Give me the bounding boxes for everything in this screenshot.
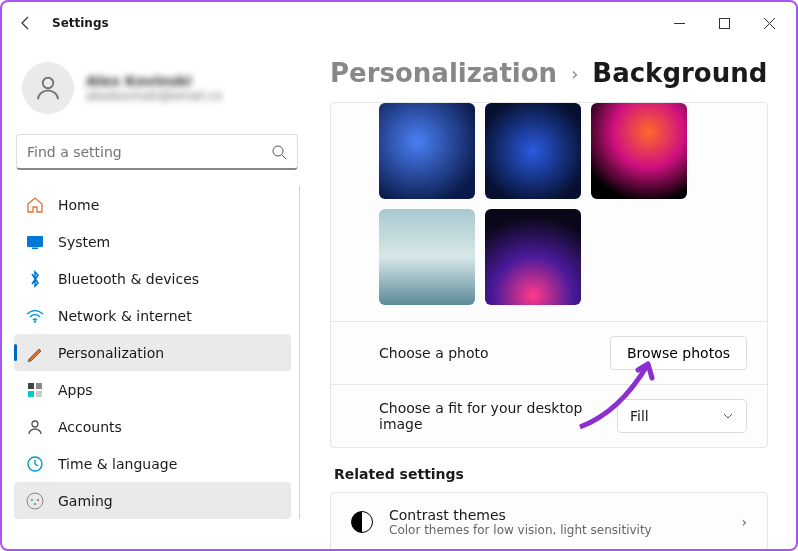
window-title: Settings (52, 16, 109, 30)
wallpaper-thumb[interactable] (485, 103, 581, 199)
chevron-right-icon: › (571, 63, 578, 84)
wallpaper-thumb[interactable] (591, 103, 687, 199)
svg-line-4 (282, 155, 286, 159)
wallpaper-thumb[interactable] (379, 103, 475, 199)
breadcrumb: Personalization › Background (330, 58, 768, 88)
contrast-icon (351, 511, 373, 533)
sidebar: Alex Kovinski alexkovinski@email.co Home… (2, 44, 312, 549)
sidebar-item-system[interactable]: System (14, 223, 291, 260)
personalization-icon (26, 344, 44, 362)
avatar (22, 62, 74, 114)
sidebar-item-label: Personalization (58, 345, 164, 361)
sidebar-item-label: System (58, 234, 110, 250)
svg-point-12 (32, 421, 38, 427)
back-button[interactable] (6, 3, 46, 43)
svg-rect-8 (28, 383, 34, 389)
wifi-icon (26, 307, 44, 325)
sidebar-item-label: Gaming (58, 493, 113, 509)
sidebar-item-bluetooth[interactable]: Bluetooth & devices (14, 260, 291, 297)
sidebar-item-time[interactable]: Time & language (14, 445, 291, 482)
sidebar-item-home[interactable]: Home (14, 186, 291, 223)
breadcrumb-parent[interactable]: Personalization (330, 58, 557, 88)
svg-point-17 (34, 503, 36, 505)
breadcrumb-current: Background (592, 58, 767, 88)
related-item-subtitle: Color themes for low vision, light sensi… (389, 523, 652, 537)
svg-rect-10 (28, 391, 34, 397)
contrast-themes-item[interactable]: Contrast themes Color themes for low vis… (331, 493, 767, 549)
system-icon (26, 233, 44, 251)
choose-photo-row: Choose a photo Browse photos (331, 321, 767, 384)
svg-rect-6 (32, 247, 38, 249)
wallpaper-thumb[interactable] (485, 209, 581, 305)
svg-rect-1 (720, 18, 730, 28)
choose-fit-row: Choose a fit for your desktop image Fill (331, 384, 767, 447)
sidebar-item-gaming[interactable]: Gaming (14, 482, 291, 519)
sidebar-item-label: Accounts (58, 419, 122, 435)
sidebar-item-accounts[interactable]: Accounts (14, 408, 291, 445)
user-email: alexkovinski@email.co (86, 89, 222, 103)
background-card: Choose a photo Browse photos Choose a fi… (330, 102, 768, 448)
sidebar-item-label: Home (58, 197, 99, 213)
svg-rect-5 (27, 236, 43, 247)
titlebar: Settings (2, 2, 796, 44)
search-icon (271, 144, 287, 160)
search-input[interactable] (27, 144, 271, 160)
svg-point-2 (43, 78, 54, 89)
nav-list: HomeSystemBluetooth & devicesNetwork & i… (14, 186, 300, 519)
accounts-icon (26, 418, 44, 436)
related-item-title: Contrast themes (389, 507, 652, 523)
svg-point-15 (31, 499, 33, 501)
sidebar-item-personalization[interactable]: Personalization (14, 334, 291, 371)
chevron-down-icon (722, 410, 734, 422)
choose-fit-label: Choose a fit for your desktop image (379, 400, 599, 432)
minimize-button[interactable] (657, 7, 702, 39)
svg-point-16 (37, 499, 39, 501)
wallpaper-thumb[interactable] (379, 209, 475, 305)
sidebar-item-label: Apps (58, 382, 93, 398)
window-controls (657, 7, 792, 39)
svg-point-3 (273, 146, 283, 156)
wallpaper-thumbs (331, 103, 767, 321)
sidebar-item-wifi[interactable]: Network & internet (14, 297, 291, 334)
content: Personalization › Background Choose a ph… (312, 44, 796, 549)
svg-rect-9 (36, 383, 42, 389)
svg-point-7 (34, 320, 36, 322)
related-card: Contrast themes Color themes for low vis… (330, 492, 768, 549)
home-icon (26, 196, 44, 214)
apps-icon (26, 381, 44, 399)
fit-value: Fill (630, 408, 649, 424)
search-box[interactable] (16, 134, 298, 170)
fit-dropdown[interactable]: Fill (617, 399, 747, 433)
browse-photos-button[interactable]: Browse photos (610, 336, 747, 370)
sidebar-item-label: Bluetooth & devices (58, 271, 199, 287)
chevron-right-icon: › (741, 514, 747, 530)
close-button[interactable] (747, 7, 792, 39)
gaming-icon (26, 492, 44, 510)
maximize-button[interactable] (702, 7, 747, 39)
related-heading: Related settings (334, 466, 768, 482)
bluetooth-icon (26, 270, 44, 288)
svg-point-14 (27, 493, 43, 509)
sidebar-item-label: Time & language (58, 456, 177, 472)
sidebar-item-label: Network & internet (58, 308, 192, 324)
sidebar-item-apps[interactable]: Apps (14, 371, 291, 408)
user-block[interactable]: Alex Kovinski alexkovinski@email.co (14, 54, 300, 134)
choose-photo-label: Choose a photo (379, 345, 489, 361)
user-name: Alex Kovinski (86, 73, 222, 89)
svg-rect-11 (36, 391, 42, 397)
time-icon (26, 455, 44, 473)
